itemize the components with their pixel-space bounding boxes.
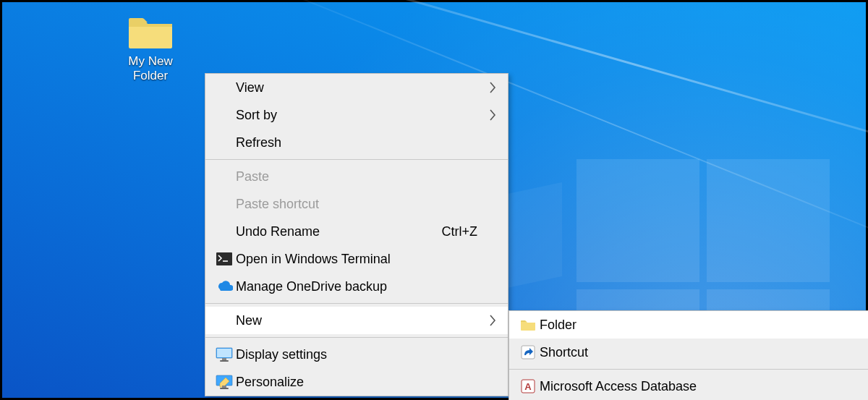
onedrive-icon xyxy=(213,281,236,292)
folder-icon xyxy=(127,12,174,50)
menu-item-display-settings[interactable]: Display settings xyxy=(205,341,508,368)
submenu-item-folder[interactable]: Folder xyxy=(509,311,868,339)
desktop-context-menu: View Sort by Refresh Paste Paste short xyxy=(205,73,509,396)
menu-item-view[interactable]: View xyxy=(205,74,508,101)
menu-item-label: Display settings xyxy=(236,347,477,362)
menu-item-shortcut: Ctrl+Z xyxy=(442,224,478,239)
menu-separator xyxy=(205,159,508,160)
menu-item-manage-onedrive[interactable]: Manage OneDrive backup xyxy=(205,273,508,300)
new-submenu: Folder Shortcut A Microsoft Access Data xyxy=(509,310,868,400)
menu-item-label: Manage OneDrive backup xyxy=(236,279,477,294)
menu-item-label: Open in Windows Terminal xyxy=(236,252,477,267)
svg-rect-2 xyxy=(217,349,231,357)
menu-item-label: New xyxy=(236,313,477,328)
menu-separator xyxy=(509,369,868,370)
menu-item-label: Microsoft Access Database xyxy=(540,379,838,394)
desktop-folder-label: My New Folder xyxy=(111,54,190,82)
menu-separator xyxy=(205,303,508,304)
menu-item-paste-shortcut: Paste shortcut xyxy=(205,190,508,218)
menu-item-label: Folder xyxy=(540,318,838,333)
svg-rect-6 xyxy=(222,386,226,388)
menu-item-label: View xyxy=(236,80,477,95)
svg-rect-3 xyxy=(222,358,226,360)
svg-text:A: A xyxy=(524,381,532,392)
menu-item-refresh[interactable]: Refresh xyxy=(205,129,508,156)
menu-item-new[interactable]: New xyxy=(205,307,508,334)
chevron-right-icon xyxy=(477,109,496,121)
svg-rect-7 xyxy=(220,388,229,389)
submenu-item-access-db[interactable]: A Microsoft Access Database xyxy=(509,373,868,400)
desktop[interactable]: My New Folder View Sort by Refresh Paste xyxy=(0,0,868,400)
chevron-right-icon xyxy=(477,315,496,326)
menu-item-label: Refresh xyxy=(236,135,477,150)
terminal-icon xyxy=(213,252,236,265)
menu-item-label: Undo Rename xyxy=(236,224,420,239)
desktop-folder-my-new-folder[interactable]: My New Folder xyxy=(111,12,190,82)
menu-item-label: Paste shortcut xyxy=(236,197,477,212)
svg-rect-4 xyxy=(220,360,229,362)
menu-item-label: Paste xyxy=(236,169,477,184)
menu-item-open-terminal[interactable]: Open in Windows Terminal xyxy=(205,245,508,273)
monitor-icon xyxy=(213,347,236,362)
chevron-right-icon xyxy=(477,82,496,93)
menu-item-label: Shortcut xyxy=(540,345,838,360)
submenu-item-shortcut[interactable]: Shortcut xyxy=(509,339,868,366)
menu-item-sort-by[interactable]: Sort by xyxy=(205,101,508,129)
menu-item-label: Personalize xyxy=(236,375,477,390)
menu-item-label: Sort by xyxy=(236,108,477,123)
menu-item-paste: Paste xyxy=(205,163,508,190)
shortcut-icon xyxy=(516,345,540,359)
access-icon: A xyxy=(516,379,540,393)
svg-rect-0 xyxy=(216,252,232,265)
menu-separator xyxy=(205,337,508,338)
menu-item-personalize[interactable]: Personalize xyxy=(205,368,508,396)
menu-item-undo-rename[interactable]: Undo Rename Ctrl+Z xyxy=(205,218,508,245)
personalize-icon xyxy=(213,375,236,389)
folder-icon xyxy=(516,318,540,331)
